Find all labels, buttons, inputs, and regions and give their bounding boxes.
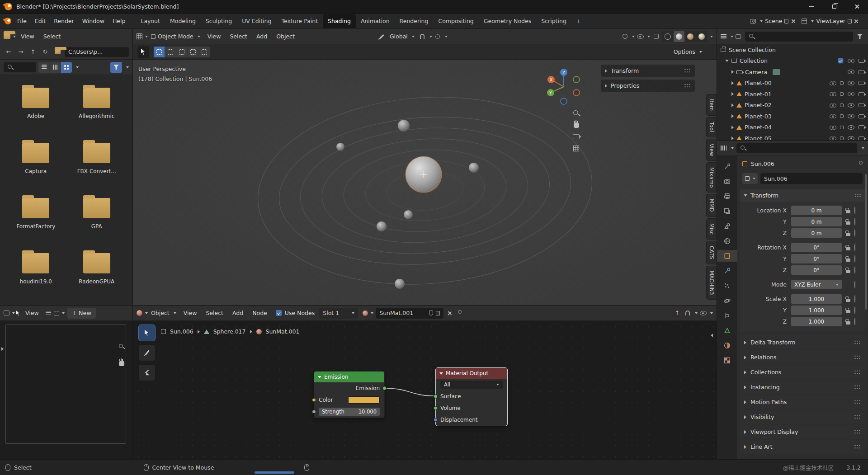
display-mode-icon[interactable] (736, 34, 741, 39)
location-y-field[interactable]: 0 m (791, 217, 842, 226)
animate-button[interactable] (854, 255, 855, 262)
material-name-field[interactable]: SunMat.001 (376, 308, 443, 319)
new-viewlayer-icon[interactable] (848, 19, 852, 24)
animate-button[interactable] (854, 207, 855, 214)
back-button[interactable]: ← (4, 47, 14, 57)
shading-solid-button[interactable] (674, 31, 684, 42)
drag-handle-icon[interactable] (684, 83, 691, 88)
select-intersect-button[interactable] (199, 47, 210, 57)
new-image-button[interactable]: New (67, 308, 96, 319)
strength-input-socket[interactable] (312, 410, 316, 414)
browse-material-icon[interactable] (363, 310, 368, 316)
surface-input-socket[interactable] (434, 395, 438, 399)
file-browser-editor-icon[interactable] (4, 34, 10, 39)
hide-viewport-icon[interactable] (848, 136, 854, 140)
outliner-search-input[interactable] (745, 32, 853, 42)
outliner-row-planet[interactable]: Planet-03 (717, 111, 868, 122)
tab-physics[interactable] (717, 295, 737, 306)
collapse-icon[interactable] (725, 60, 729, 62)
sidetab-machin3[interactable]: MACHIN3 (706, 266, 717, 300)
copy-material-icon[interactable] (436, 311, 440, 315)
animate-button[interactable] (854, 296, 855, 302)
shader-menu-node[interactable]: Node (248, 308, 271, 318)
collapse-icon[interactable] (318, 376, 321, 378)
file-browser-menu-view[interactable]: View (17, 31, 38, 42)
shading-wireframe-button[interactable] (662, 31, 673, 42)
section-viewport-display[interactable]: Viewport Display (740, 425, 865, 439)
hide-viewport-icon[interactable] (848, 125, 854, 130)
panel-menu-icon[interactable] (854, 370, 861, 375)
emission-node-header[interactable]: Emission (314, 372, 384, 382)
viewport-menu-view[interactable]: View (203, 31, 225, 42)
axis-y-neg-ball[interactable] (573, 76, 580, 83)
expand-icon[interactable] (731, 136, 734, 140)
outliner-row-planet[interactable]: Planet-04 (717, 122, 868, 133)
strength-slider[interactable]: Strength 10.000 (319, 408, 380, 416)
browse-image-icon[interactable] (54, 311, 59, 315)
folder-item[interactable]: RadeonGPUA (68, 253, 126, 285)
unlink-scene-icon[interactable] (791, 19, 795, 24)
uv-select-icon[interactable] (16, 310, 20, 316)
viewport-menu-add[interactable]: Add (252, 31, 271, 42)
collection-checkbox[interactable] (838, 58, 844, 64)
lock-button[interactable] (845, 256, 851, 262)
section-relations[interactable]: Relations (740, 350, 865, 364)
shader-menu-add[interactable]: Add (228, 308, 247, 318)
pan-tool-icon[interactable] (574, 122, 579, 128)
tab-object[interactable] (717, 250, 737, 262)
hide-viewport-icon[interactable] (848, 103, 854, 108)
section-visibility[interactable]: Visibility (740, 410, 865, 424)
pin-id-icon[interactable] (859, 161, 863, 165)
display-vertical-list-button[interactable] (38, 62, 49, 73)
panel-menu-icon[interactable] (854, 355, 861, 360)
panel-menu-icon[interactable] (854, 429, 861, 434)
collapse-icon[interactable] (439, 372, 443, 375)
folder-item[interactable]: Adobe (7, 88, 65, 119)
unlink-material-button[interactable] (444, 311, 454, 315)
expand-icon[interactable] (731, 81, 734, 85)
show-overlays-toggle[interactable] (636, 34, 645, 39)
sidetab-mmd[interactable]: MMD (706, 194, 717, 217)
hide-viewport-icon[interactable] (848, 70, 854, 74)
panel-menu-icon[interactable] (854, 444, 861, 449)
panel-menu-icon[interactable] (854, 400, 861, 404)
lock-button[interactable] (845, 268, 851, 273)
xray-toggle[interactable] (651, 34, 661, 39)
links-cut-tool-button[interactable] (138, 364, 156, 381)
remove-viewlayer-icon[interactable] (854, 19, 859, 24)
transform-panel-header[interactable]: Transform (740, 189, 865, 202)
sidetab-item[interactable]: Item (706, 94, 717, 116)
node-select-tool-button[interactable] (138, 325, 156, 341)
folder-item[interactable]: houdini19.0 (7, 253, 65, 285)
menu-help[interactable]: Help (108, 16, 130, 26)
tab-material[interactable] (717, 339, 737, 351)
gizmo-chevron-icon[interactable] (632, 36, 635, 38)
snap-toggle[interactable] (418, 34, 427, 39)
animate-button[interactable] (854, 281, 855, 288)
image-editor-canvas[interactable] (0, 321, 132, 460)
camera-view-icon[interactable] (573, 134, 580, 139)
use-nodes-checkbox[interactable] (276, 310, 282, 316)
expand-icon[interactable] (731, 126, 734, 129)
transform-orientation-selector[interactable]: Global (387, 33, 417, 40)
sidetab-tool[interactable]: Tool (706, 117, 717, 137)
lock-button[interactable] (845, 296, 851, 302)
animate-button[interactable] (854, 307, 855, 314)
navigation-gizmo[interactable]: Z X Y (545, 68, 583, 106)
expand-icon[interactable] (731, 114, 734, 118)
planet-sphere[interactable] (398, 120, 410, 132)
workspace-tab-modeling[interactable]: Modeling (165, 14, 201, 28)
panel-menu-icon[interactable] (854, 340, 861, 345)
disable-render-icon[interactable] (859, 59, 864, 63)
folder-item[interactable]: FBX Convert... (68, 143, 126, 174)
outliner-editor-icon[interactable] (721, 34, 726, 39)
workspace-tab-geometry-nodes[interactable]: Geometry Nodes (479, 14, 536, 28)
drag-handle-icon[interactable] (684, 68, 691, 73)
viewport-menu-object[interactable]: Object (272, 31, 299, 42)
lock-button[interactable] (845, 208, 851, 213)
lock-button[interactable] (845, 230, 851, 236)
npanel-properties-header[interactable]: Properties (601, 80, 695, 92)
object-type-dropdown[interactable] (742, 173, 758, 184)
slot-dropdown[interactable]: Slot 1 (319, 308, 358, 319)
properties-editor-icon[interactable] (721, 146, 726, 150)
